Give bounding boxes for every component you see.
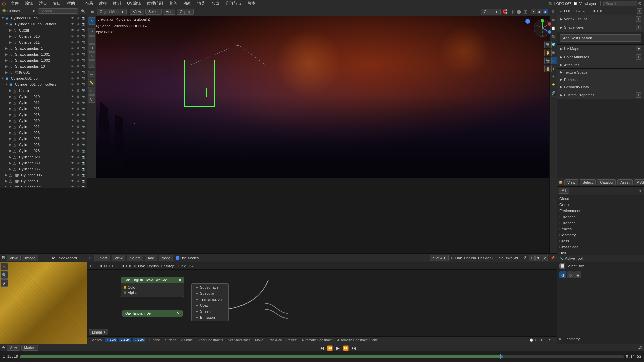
menu-layout[interactable]: 布局	[82, 0, 96, 7]
zoom-in-btn[interactable]: 🔍	[544, 41, 552, 48]
expand-arrow-20[interactable]: ▶	[9, 137, 13, 140]
expand-arrow-5[interactable]: ▶	[5, 47, 9, 50]
viewport-btn-0[interactable]: 🖥	[75, 16, 80, 20]
asset-item-european1[interactable]: European...	[557, 214, 644, 220]
outliner-search-input[interactable]	[38, 8, 78, 14]
visibility-btn-15[interactable]: 👁	[70, 106, 75, 111]
add-menu[interactable]: Add	[163, 9, 176, 15]
object-menu[interactable]: Object	[177, 9, 194, 15]
snap-icon[interactable]: 🧲	[503, 9, 508, 14]
node-view-btn[interactable]: View	[112, 255, 126, 261]
expand-arrow-24[interactable]: ▶	[9, 161, 13, 165]
render-btn-7[interactable]: 📷	[81, 58, 86, 63]
viewport-btn-13[interactable]: 🖥	[75, 94, 80, 99]
render-btn-17[interactable]: 📷	[81, 118, 86, 123]
dropdown-subsurface[interactable]: ▶ Subsurface	[192, 284, 228, 290]
render-btn-22[interactable]: 📷	[81, 148, 86, 153]
audio-btn[interactable]: 🔊	[638, 346, 642, 350]
asset-item-geometry[interactable]: Geometry...	[557, 232, 644, 238]
render-btn-6[interactable]: 📷	[81, 52, 86, 57]
expand-arrow-18[interactable]: ▶	[9, 125, 13, 128]
material-view-btn[interactable]: ◑	[537, 9, 542, 14]
expand-arrow-0[interactable]: ▼	[1, 16, 5, 20]
expand-arrow-3[interactable]: ▶	[9, 35, 13, 38]
tree-item-1[interactable]: ▼ ▣ Cylinder.001_coll_cutters 👁 🖥 📷	[0, 21, 87, 27]
tree-item-7[interactable]: ▶ △ Stratocumulus_1.002 👁 🖥 📷	[0, 57, 87, 63]
expand-arrow-11[interactable]: ▼	[5, 83, 9, 86]
add-custom-prop-btn[interactable]: +	[636, 92, 641, 98]
tool-object-icon[interactable]: ◎	[567, 272, 574, 278]
render-btn-26[interactable]: 📷	[81, 173, 86, 177]
node-delete-btn[interactable]: ✕	[542, 255, 548, 261]
tree-item-25[interactable]: ▶ △ Cylinder.036 👁 🖥 📷	[0, 166, 87, 172]
node-2-close-btn[interactable]: ✕	[177, 311, 180, 316]
orientation-dropdown[interactable]: Global ▾	[481, 9, 501, 15]
menu-rendering[interactable]: 渲染	[195, 0, 208, 7]
geometry-data-header[interactable]: ▶ Geometry Data	[557, 83, 644, 90]
node-node-btn[interactable]: Node	[159, 255, 173, 261]
timeline-scrubber[interactable]	[20, 355, 624, 358]
viewport-btn-16[interactable]: 🖥	[75, 112, 80, 117]
tree-item-17[interactable]: ▶ △ Cylinder.019 👁 🖥 📷	[0, 118, 87, 124]
tree-item-6[interactable]: ▶ △ Stratocumulus_1.001 👁 🖥 📷	[0, 51, 87, 57]
render-btn-8[interactable]: 📷	[81, 64, 86, 69]
dropdown-coat[interactable]: ▶ Coat	[192, 302, 228, 308]
node-add-btn[interactable]: Add	[145, 255, 157, 261]
render-btn-25[interactable]: 📷	[81, 167, 86, 171]
asset-select-btn[interactable]: Select	[580, 179, 596, 185]
visibility-btn-8[interactable]: 👁	[70, 64, 75, 69]
tree-item-28[interactable]: ▶ △ gp_Cylinder.035 👁 🖥 📷	[0, 184, 87, 187]
render-btn-20[interactable]: 📷	[81, 136, 86, 141]
expand-arrow-26[interactable]: ▶	[5, 173, 9, 177]
settings-icon[interactable]: ⚙	[638, 1, 642, 6]
viewport-btn-3[interactable]: 🖥	[75, 34, 80, 39]
visibility-btn-6[interactable]: 👁	[70, 52, 75, 57]
menu-texture-paint[interactable]: 纹理绘制	[144, 0, 166, 7]
expand-arrow-6[interactable]: ▶	[5, 53, 9, 56]
viewport-btn-19[interactable]: 🖥	[75, 130, 80, 135]
node-pin-icon[interactable]: 📌	[551, 256, 555, 260]
resize-btn[interactable]: Resize	[285, 338, 298, 342]
add-uv-map-btn[interactable]: +	[636, 46, 641, 51]
visibility-btn-9[interactable]: 👁	[70, 70, 75, 75]
navigation-gizmo[interactable]	[533, 19, 552, 38]
step-back-btn[interactable]: ⏪	[327, 345, 333, 351]
node-object-btn[interactable]: Object	[94, 255, 110, 261]
asset-view-btn[interactable]: View	[564, 179, 578, 185]
cursor-tool-btn[interactable]: ⊕	[88, 28, 95, 36]
tree-item-27[interactable]: ▶ △ gp_Cylinder.011 👁 🖥 📷	[0, 178, 87, 184]
visibility-btn-26[interactable]: 👁	[70, 173, 75, 177]
breadcrumb-lod1[interactable]: LOD0.067	[564, 9, 581, 13]
node-2-title[interactable]: Oak_English_De... ✕	[123, 310, 182, 317]
jump-end-btn[interactable]: ⏭	[352, 345, 356, 351]
render-view-btn[interactable]: ◉	[543, 9, 548, 14]
render-btn-23[interactable]: 📷	[81, 155, 86, 159]
img-paint-btn[interactable]: 🖌	[1, 279, 8, 287]
viewport-btn-8[interactable]: 🖥	[75, 64, 80, 69]
image-view-btn[interactable]: View	[7, 255, 21, 261]
tree-item-21[interactable]: ▶ △ Cylinder.026 👁 🖥 📷	[0, 142, 87, 148]
visibility-btn-21[interactable]: 👁	[70, 142, 75, 147]
expand-arrow-13[interactable]: ▶	[9, 95, 13, 98]
visibility-btn-1[interactable]: 👁	[70, 22, 75, 26]
prop-icon-constraints[interactable]: 🔗	[550, 89, 557, 97]
asset-item-fences[interactable]: Fences	[557, 226, 644, 232]
expand-arrow-28[interactable]: ▶	[5, 185, 9, 187]
visibility-btn-23[interactable]: 👁	[70, 155, 75, 159]
tool-other-icon[interactable]: ▣	[574, 272, 581, 278]
viewport-btn-10[interactable]: 🖥	[75, 76, 80, 81]
expand-arrow-21[interactable]: ▶	[9, 143, 13, 146]
asset-catalog-btn[interactable]: Catalog	[597, 179, 616, 185]
menu-compositing[interactable]: 合成	[209, 0, 222, 7]
expand-arrow-2[interactable]: ▶	[9, 28, 13, 32]
render-btn-13[interactable]: 📷	[81, 94, 86, 99]
render-btn-2[interactable]: 📷	[81, 28, 86, 33]
menu-shading[interactable]: 着色	[166, 0, 180, 7]
expand-arrow-22[interactable]: ▶	[9, 149, 13, 153]
tree-item-26[interactable]: ▶ △ gp_Cylinder.005 👁 🖥 📷	[0, 172, 87, 178]
play-btn[interactable]: ▶	[336, 345, 340, 351]
viewport-btn-15[interactable]: 🖥	[75, 106, 80, 111]
menu-sculpt[interactable]: 雕刻	[110, 0, 124, 7]
snap-base-btn[interactable]: Set Snap Base	[227, 338, 252, 342]
tree-item-5[interactable]: ▶ △ Stratocumulus_1 👁 🖥 📷	[0, 45, 87, 51]
